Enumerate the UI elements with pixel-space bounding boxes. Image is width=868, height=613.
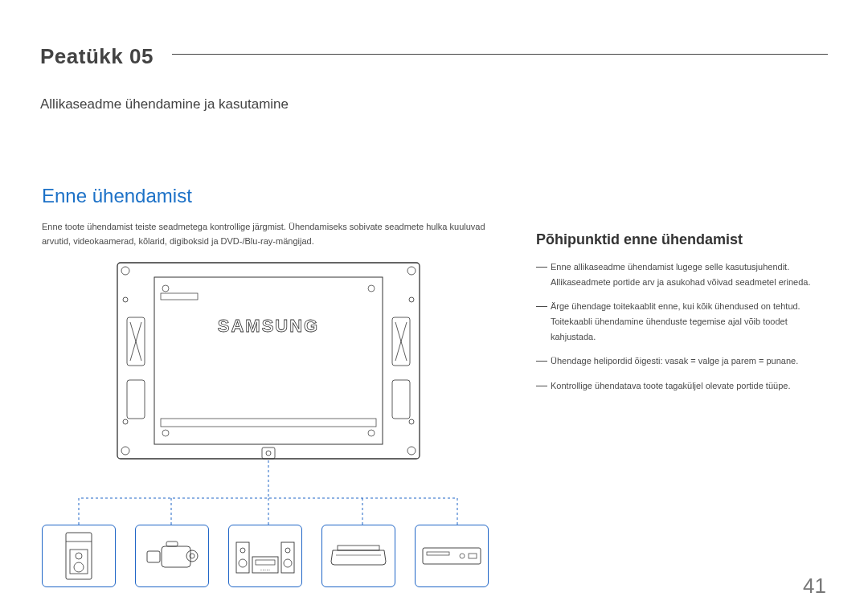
list-item: ― Ühendage helipordid õigesti: vasak = v… — [536, 353, 826, 369]
svg-point-41 — [284, 559, 292, 567]
chapter-header: Peatükk 05 — [40, 44, 828, 69]
svg-point-30 — [74, 562, 84, 572]
svg-rect-50 — [469, 554, 477, 558]
list-item: ― Ärge ühendage toitekaablit enne, kui k… — [536, 299, 826, 344]
svg-rect-35 — [166, 541, 178, 546]
svg-point-40 — [285, 548, 290, 553]
svg-point-38 — [240, 548, 245, 553]
chapter-subtitle: Allikaseadme ühendamine ja kasutamine — [40, 96, 289, 112]
svg-rect-47 — [423, 548, 481, 564]
svg-point-33 — [186, 550, 198, 562]
intro-paragraph: Enne toote ühendamist teiste seadmetega … — [42, 220, 504, 248]
hifi-icon: • • • • • — [235, 536, 296, 576]
list-item-text: Kontrollige ühendatava toote tagaküljel … — [551, 378, 826, 394]
svg-rect-43 — [256, 560, 275, 565]
connection-lines — [42, 261, 504, 534]
svg-rect-37 — [281, 542, 294, 573]
dash-icon: ― — [536, 353, 551, 369]
list-item: ― Enne allikaseadme ühendamist lugege se… — [536, 260, 826, 289]
svg-rect-45 — [338, 546, 379, 550]
chapter-divider — [172, 54, 828, 55]
dash-icon: ― — [536, 260, 551, 289]
svg-rect-48 — [427, 552, 449, 555]
speaker-icon — [65, 532, 92, 580]
section-title: Enne ühendamist — [42, 185, 504, 207]
dvd-icon — [422, 547, 481, 565]
list-item-text: Enne allikaseadme ühendamist lugege sell… — [551, 260, 826, 289]
svg-point-39 — [239, 559, 247, 567]
svg-point-49 — [460, 554, 465, 558]
device-camcorder — [135, 525, 209, 587]
list-item-text: Ärge ühendage toitekaablit enne, kui kõi… — [551, 299, 826, 344]
svg-text:• • • • •: • • • • • — [260, 568, 270, 572]
device-row: • • • • • — [42, 525, 489, 587]
page-number: 41 — [803, 574, 826, 599]
camcorder-icon — [145, 538, 199, 574]
svg-rect-31 — [162, 546, 190, 567]
dash-icon: ― — [536, 299, 551, 344]
connection-diagram: SAMSUNG — [42, 261, 504, 599]
svg-rect-32 — [147, 551, 160, 562]
device-hifi: • • • • • — [228, 525, 302, 587]
device-settop — [321, 525, 395, 587]
svg-rect-36 — [236, 542, 249, 573]
checkpoint-list: ― Enne allikaseadme ühendamist lugege se… — [536, 260, 826, 394]
list-item-text: Ühendage helipordid õigesti: vasak = val… — [551, 353, 826, 369]
settop-icon — [330, 544, 387, 568]
svg-rect-28 — [70, 550, 88, 574]
device-speaker — [42, 525, 116, 587]
list-item: ― Kontrollige ühendatava toote tagakülje… — [536, 378, 826, 394]
checkpoints-title: Põhipunktid enne ühendamist — [536, 231, 826, 248]
svg-point-29 — [76, 553, 82, 559]
device-dvd — [415, 525, 489, 587]
chapter-label: Peatükk 05 — [40, 44, 828, 69]
dash-icon: ― — [536, 378, 551, 394]
